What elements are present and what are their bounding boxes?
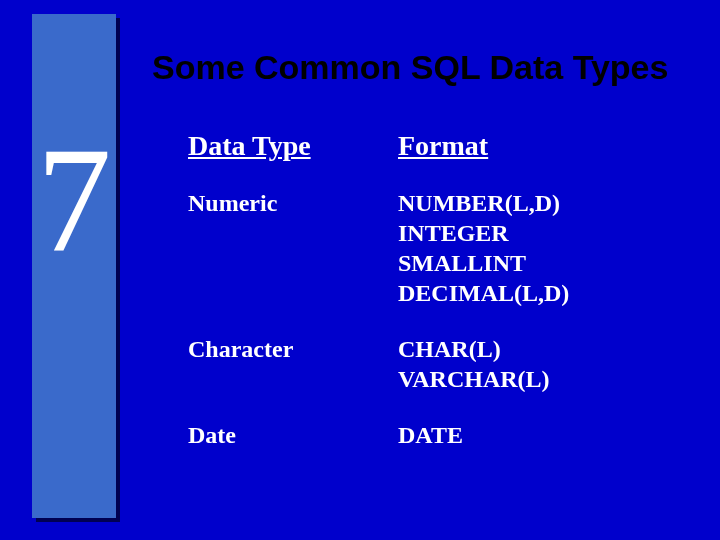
table-row: Numeric NUMBER(L,D) INTEGER SMALLINT DEC… [188, 188, 680, 308]
cell-data-type: Date [188, 420, 398, 450]
chapter-sidebar: 7 [32, 14, 116, 518]
cell-data-type: Numeric [188, 188, 398, 308]
format-value: CHAR(L) [398, 334, 680, 364]
table-row: Character CHAR(L) VARCHAR(L) [188, 334, 680, 394]
cell-format: NUMBER(L,D) INTEGER SMALLINT DECIMAL(L,D… [398, 188, 680, 308]
slide: 7 Some Common SQL Data Types Data Type F… [0, 0, 720, 540]
format-value: DATE [398, 420, 680, 450]
cell-data-type: Character [188, 334, 398, 394]
header-data-type: Data Type [188, 130, 398, 162]
format-value: INTEGER [398, 218, 680, 248]
cell-format: CHAR(L) VARCHAR(L) [398, 334, 680, 394]
format-value: SMALLINT [398, 248, 680, 278]
header-format: Format [398, 130, 680, 162]
content-area: Data Type Format Numeric NUMBER(L,D) INT… [188, 130, 680, 476]
chapter-number: 7 [32, 124, 116, 274]
table-row: Date DATE [188, 420, 680, 450]
slide-title: Some Common SQL Data Types [152, 48, 700, 87]
format-value: VARCHAR(L) [398, 364, 680, 394]
table-header-row: Data Type Format [188, 130, 680, 162]
cell-format: DATE [398, 420, 680, 450]
format-value: DECIMAL(L,D) [398, 278, 680, 308]
format-value: NUMBER(L,D) [398, 188, 680, 218]
